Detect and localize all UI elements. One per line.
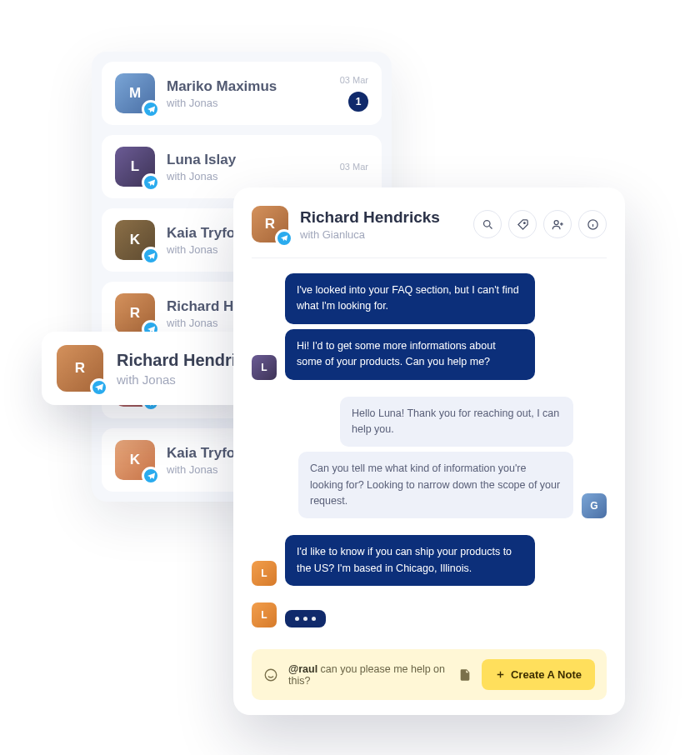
unread-badge: 1	[348, 92, 368, 112]
message-group-incoming: L I'd like to know if you can ship your …	[252, 535, 607, 586]
chat-body: L I've looked into your FAQ section, but…	[252, 258, 607, 628]
message-avatar: G	[582, 493, 607, 518]
conversation-item-popout[interactable]: R Richard Hendricks with Jonas	[42, 332, 258, 405]
info-icon[interactable]	[578, 210, 607, 238]
chat-panel: R Richard Hendricks with Gianluca L I've…	[233, 188, 625, 715]
typing-indicator	[285, 610, 326, 628]
avatar: M	[115, 73, 155, 113]
chat-title: Richard Hendricks	[300, 208, 440, 227]
message-avatar: L	[252, 561, 277, 586]
message-bubble: I've looked into your FAQ section, but I…	[285, 273, 535, 324]
svg-point-1	[523, 222, 525, 223]
emoji-icon[interactable]	[263, 668, 278, 682]
telegram-icon	[90, 378, 108, 397]
svg-point-2	[554, 220, 558, 224]
conversation-name: Mariko Maximus	[167, 78, 328, 95]
message-avatar: L	[252, 602, 277, 628]
svg-point-0	[483, 220, 490, 227]
avatar: K	[115, 440, 155, 480]
message-group-incoming: L I've looked into your FAQ section, but…	[252, 273, 607, 380]
tag-icon[interactable]	[508, 210, 537, 238]
create-note-button[interactable]: Create A Note	[482, 659, 595, 690]
conversation-name: Luna Islay	[167, 152, 328, 168]
conversation-sub: with Jonas	[117, 372, 243, 387]
conversation-date: 03 Mar	[340, 75, 368, 85]
conversation-date: 03 Mar	[340, 162, 368, 172]
avatar: K	[115, 220, 155, 260]
message-group-outgoing: Hello Luna! Thank you for reaching out, …	[252, 397, 607, 519]
note-composer: @raul can you please me help on this? Cr…	[252, 649, 607, 700]
conversation-sub: with Jonas	[167, 97, 328, 109]
message-bubble: I'd like to know if you can ship your pr…	[285, 535, 535, 586]
chat-subtitle: with Gianluca	[300, 228, 440, 241]
telegram-icon	[275, 229, 293, 248]
telegram-icon	[142, 173, 160, 192]
message-avatar: L	[252, 355, 277, 380]
telegram-icon	[142, 467, 160, 485]
message-bubble: Can you tell me what kind of information…	[298, 452, 573, 518]
svg-point-4	[265, 669, 277, 681]
mention: @raul	[288, 663, 318, 675]
conversation-item[interactable]: M Mariko Maximus with Jonas 03 Mar 1	[102, 62, 382, 125]
telegram-icon	[142, 247, 160, 265]
telegram-icon	[142, 100, 160, 118]
search-icon[interactable]	[473, 210, 502, 238]
message-bubble: Hello Luna! Thank you for reaching out, …	[340, 397, 573, 448]
add-person-icon[interactable]	[543, 210, 572, 238]
avatar: L	[115, 147, 155, 187]
avatar: R	[57, 345, 103, 392]
message-bubble: Hi! I'd to get some more informations ab…	[285, 329, 535, 380]
conversation-sub: with Jonas	[167, 170, 328, 182]
attachment-icon[interactable]	[458, 668, 472, 682]
note-input[interactable]: @raul can you please me help on this?	[288, 663, 448, 687]
avatar: R	[115, 293, 155, 333]
conversation-name: Richard Hendricks	[117, 351, 243, 370]
avatar: R	[252, 206, 288, 242]
chat-header: R Richard Hendricks with Gianluca	[252, 206, 607, 258]
typing-indicator-row: L	[252, 602, 607, 628]
